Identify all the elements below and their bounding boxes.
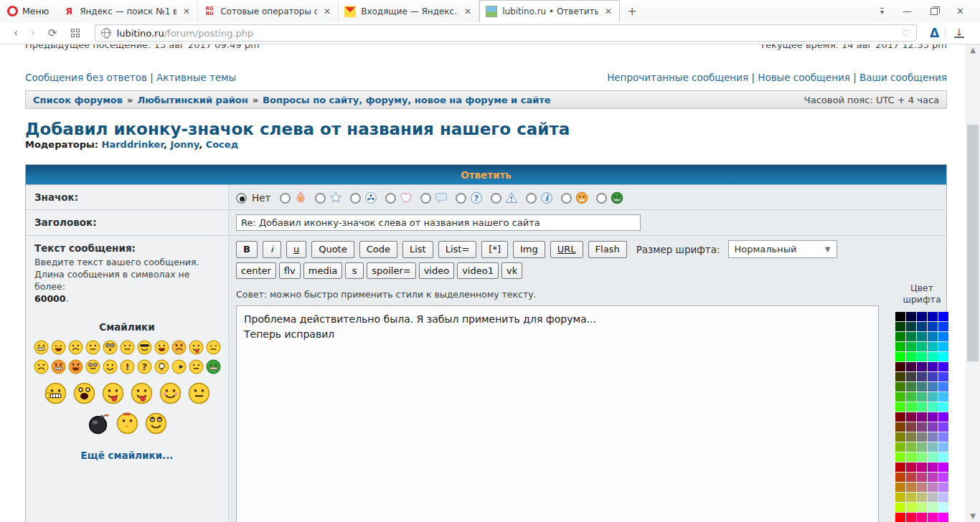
tab-close-icon[interactable]: ✕	[182, 6, 192, 16]
icon-radio[interactable]	[420, 193, 431, 204]
palette-color-BFBF40[interactable]	[906, 493, 916, 502]
smiley-sleepy[interactable]	[206, 340, 221, 357]
icon-radio[interactable]	[526, 193, 537, 204]
smiley-evil[interactable]	[51, 359, 66, 376]
scroll-down-arrow[interactable]: ▼	[966, 511, 980, 522]
link-active-topics[interactable]: Активные темы	[156, 72, 236, 83]
crumb-forum-list[interactable]: Список форумов	[33, 95, 123, 105]
palette-color-004000[interactable]	[895, 322, 905, 331]
link-your-posts[interactable]: Ваши сообщения	[859, 72, 947, 83]
palette-color-4000BF[interactable]	[928, 362, 938, 371]
speed-dial-icon[interactable]	[71, 29, 80, 38]
palette-color-40BFBF[interactable]	[928, 392, 938, 402]
palette-color-BF80FF[interactable]	[938, 483, 948, 492]
browser-menu-button[interactable]: Меню	[0, 0, 57, 22]
crumb-section[interactable]: Вопросы по сайту, форуму, новое на форум…	[263, 95, 551, 105]
palette-color-004040[interactable]	[906, 322, 916, 331]
tab-yandex-mail[interactable]: Входящие — Яндекс.Поч ✕	[339, 0, 479, 22]
palette-color-0080FF[interactable]	[938, 332, 948, 341]
palette-color-40FF40[interactable]	[906, 402, 916, 412]
icon-radio[interactable]	[561, 193, 572, 204]
palette-color-40BF00[interactable]	[895, 392, 905, 402]
palette-color-8000FF[interactable]	[938, 412, 948, 422]
palette-color-400000[interactable]	[895, 362, 905, 371]
palette-color-0080BF[interactable]	[928, 332, 938, 341]
palette-color-BF8080[interactable]	[917, 483, 927, 492]
palette-color-400080[interactable]	[917, 362, 927, 371]
back-button[interactable]: ‹	[7, 27, 24, 39]
link-unread[interactable]: Непрочитанные сообщения	[607, 72, 748, 83]
palette-color-00FF40[interactable]	[906, 352, 916, 361]
palette-color-80FF00[interactable]	[895, 452, 905, 462]
palette-color-800040[interactable]	[906, 412, 916, 422]
tab-yandex-search[interactable]: Я Яндекс — поиск №1 в Ро ✕	[57, 0, 198, 22]
palette-color-8040FF[interactable]	[938, 422, 948, 432]
palette-color-00BFFF[interactable]	[938, 342, 948, 351]
palette-color-BFFF80[interactable]	[917, 503, 927, 512]
smiley-arrow[interactable]	[171, 359, 187, 376]
palette-color-40BF80[interactable]	[917, 392, 927, 402]
palette-color-80FFBF[interactable]	[928, 452, 938, 462]
palette-color-BFBFBF[interactable]	[928, 493, 938, 502]
link-new-posts[interactable]: Новые сообщения	[758, 72, 850, 83]
palette-color-804040[interactable]	[906, 422, 916, 432]
smiley-twisted[interactable]	[68, 359, 83, 376]
icon-radio[interactable]	[385, 193, 396, 204]
palette-color-80BF80[interactable]	[917, 442, 927, 452]
palette-color-8040BF[interactable]	[928, 422, 938, 432]
palette-color-BF0000[interactable]	[895, 462, 905, 472]
opera-drop-icon[interactable]: Δ	[924, 26, 945, 40]
palette-color-000080[interactable]	[917, 312, 927, 321]
icon-radio-none[interactable]	[236, 193, 247, 204]
palette-color-8000BF[interactable]	[928, 412, 938, 422]
palette-color-000040[interactable]	[906, 312, 916, 321]
palette-color-BF0040[interactable]	[906, 462, 916, 472]
palette-color-404040[interactable]	[906, 372, 916, 381]
palette-color-40BFFF[interactable]	[938, 392, 948, 402]
palette-color-00BF00[interactable]	[895, 342, 905, 351]
forward-button[interactable]: ›	[24, 27, 42, 39]
smiley-glasses[interactable]	[85, 359, 100, 376]
bbcode-s-button[interactable]: s	[345, 262, 364, 279]
palette-color-BFBF80[interactable]	[917, 493, 927, 502]
bbcode-u-button[interactable]: u	[286, 241, 306, 258]
bbcode-flash-button[interactable]: Flash	[588, 241, 627, 258]
palette-color-BF40FF[interactable]	[938, 473, 948, 482]
palette-color-40BF40[interactable]	[906, 392, 916, 402]
bbcode-code-button[interactable]: Code	[359, 241, 397, 258]
smiley-fig[interactable]	[44, 382, 67, 407]
palette-color-00FFBF[interactable]	[928, 352, 938, 361]
palette-color-BF4000[interactable]	[895, 473, 905, 482]
bbcode-flv-button[interactable]: flv	[279, 262, 301, 279]
new-tab-button[interactable]: +	[620, 0, 644, 22]
moderator-link[interactable]: Jonny	[170, 139, 199, 150]
smiley-crazy[interactable]	[102, 382, 124, 407]
icon-radio[interactable]	[280, 193, 291, 204]
bbcode-spoiler-button[interactable]: spoiler=	[367, 262, 415, 279]
icon-radio[interactable]	[491, 193, 501, 204]
palette-color-008040[interactable]	[906, 332, 916, 341]
palette-color-404000[interactable]	[895, 372, 905, 381]
palette-color-804080[interactable]	[917, 422, 927, 432]
reload-button[interactable]: ⟳	[42, 27, 64, 39]
smiley-idea[interactable]	[154, 359, 169, 376]
palette-color-FF00FF[interactable]	[938, 513, 948, 522]
smiley-biggrin_green[interactable]	[206, 359, 221, 376]
tab-close-icon[interactable]: ✕	[322, 6, 332, 16]
icon-radio[interactable]	[315, 193, 326, 204]
palette-color-BF8000[interactable]	[895, 483, 905, 492]
bbcode-img-button[interactable]: Img	[513, 241, 545, 258]
palette-color-00BF80[interactable]	[917, 342, 927, 351]
palette-color-404080[interactable]	[917, 372, 927, 381]
palette-color-800000[interactable]	[895, 412, 905, 422]
palette-color-00BF40[interactable]	[906, 342, 916, 351]
tab-rg-ru[interactable]: RGRU Сотовые операторы отве ✕	[198, 0, 339, 22]
minimize-button[interactable]: —	[903, 6, 912, 16]
palette-color-BF80BF[interactable]	[928, 483, 938, 492]
more-smilies-link[interactable]: Ещё смайлики...	[34, 450, 220, 461]
palette-color-80FF40[interactable]	[906, 452, 916, 462]
palette-color-408040[interactable]	[906, 382, 916, 392]
page-scrollbar[interactable]: ▲ ▼	[966, 44, 980, 522]
subject-input[interactable]	[236, 214, 641, 231]
scrollbar-thumb[interactable]	[967, 125, 979, 361]
